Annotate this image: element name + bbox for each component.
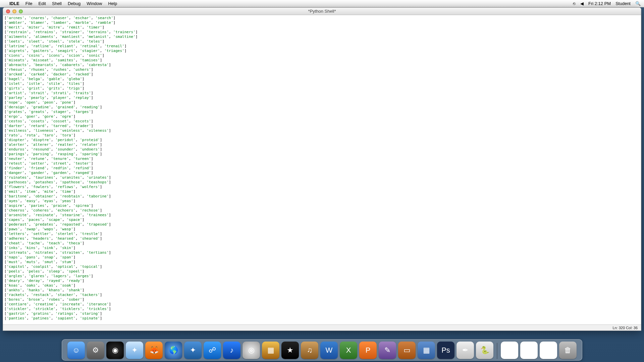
- dock-paint-icon[interactable]: ✎: [379, 342, 396, 359]
- dock-python-file-2-icon[interactable]: PY: [520, 342, 538, 359]
- menu-window[interactable]: Window: [87, 1, 102, 6]
- window-title: *Python Shell*: [3, 9, 641, 14]
- dock-firefox-icon[interactable]: 🦊: [145, 342, 163, 359]
- dock-separator: [497, 343, 497, 359]
- dock-ichat-icon[interactable]: ☍: [204, 342, 221, 359]
- dock-imovie-icon[interactable]: ★: [281, 342, 299, 359]
- menu-edit[interactable]: Edit: [39, 1, 46, 6]
- menu-file[interactable]: File: [25, 1, 33, 6]
- dock-ibooks-icon[interactable]: ▭: [398, 342, 416, 359]
- dock-python-file-1-icon[interactable]: PY: [501, 342, 518, 359]
- dock-dashboard-icon[interactable]: ◉: [106, 342, 124, 359]
- menu-help[interactable]: Help: [108, 1, 117, 6]
- status-line: Ln: 320: [612, 326, 625, 330]
- dock-python-idle-icon[interactable]: 🐍: [476, 342, 493, 359]
- dock-trash-icon[interactable]: 🗑: [559, 342, 577, 359]
- dock-google-earth-icon[interactable]: 🌎: [165, 342, 182, 359]
- menubar-extra-icon[interactable]: ⎋: [573, 1, 576, 6]
- dock[interactable]: ☺⚙◉✦🦊🌎✦☍♪◎▦★♫WXP✎▭▦Ps✒🐍PYPY✉🗑: [62, 339, 582, 361]
- dock-dvd-player-icon[interactable]: ◎: [243, 342, 260, 359]
- user-menu[interactable]: Student: [615, 1, 631, 6]
- volume-icon[interactable]: ◀: [580, 1, 584, 6]
- app-menu[interactable]: IDLE: [9, 1, 19, 6]
- titlebar[interactable]: *Python Shell*: [3, 8, 641, 15]
- dock-safari-icon[interactable]: ✦: [126, 342, 143, 359]
- dock-mail-icon[interactable]: ✉: [540, 342, 557, 359]
- dock-system-preferences-icon[interactable]: ⚙: [87, 342, 104, 359]
- menu-shell[interactable]: Shell: [52, 1, 62, 6]
- shell-content[interactable]: ['arcnes', 'cnares', 'chaser', 'eschar',…: [3, 15, 641, 324]
- menubar: IDLE File Edit Shell Debug Window Help ⎋…: [0, 0, 644, 7]
- dock-keynote-icon[interactable]: ▦: [418, 342, 435, 359]
- dock-google-maps-icon[interactable]: ✦: [184, 342, 202, 359]
- status-bar: Ln: 320 Col: 36: [3, 324, 641, 330]
- status-col: Col: 36: [626, 326, 638, 330]
- spotlight-icon[interactable]: 🔍: [635, 1, 641, 6]
- dock-ms-excel-icon[interactable]: X: [340, 342, 357, 359]
- dock-garageband-icon[interactable]: ♫: [301, 342, 318, 359]
- dock-ms-word-icon[interactable]: W: [320, 342, 338, 359]
- dock-ms-powerpoint-icon[interactable]: P: [359, 342, 377, 359]
- dock-itunes-icon[interactable]: ♪: [223, 342, 240, 359]
- dock-inkscape-icon[interactable]: ✒: [457, 342, 474, 359]
- shell-output[interactable]: ['arcnes', 'cnares', 'chaser', 'eschar',…: [4, 16, 640, 321]
- clock[interactable]: Fri 2:12 PM: [588, 1, 611, 6]
- dock-photoshop-icon[interactable]: Ps: [437, 342, 454, 359]
- menu-debug[interactable]: Debug: [68, 1, 80, 6]
- idle-shell-window: *Python Shell* ['arcnes', 'cnares', 'cha…: [3, 7, 641, 331]
- dock-iphoto-icon[interactable]: ▦: [262, 342, 279, 359]
- dock-finder-icon[interactable]: ☺: [67, 342, 85, 359]
